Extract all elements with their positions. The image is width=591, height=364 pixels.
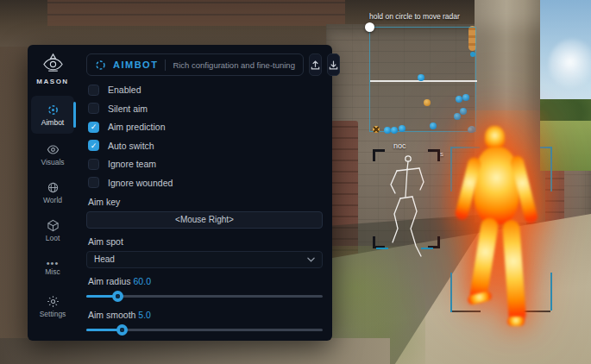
sidebar-item-loot[interactable]: Loot xyxy=(31,213,74,248)
crosshair-icon xyxy=(47,104,60,116)
radar-dot-blue xyxy=(399,125,406,132)
slider-label: Aim radius xyxy=(88,276,131,286)
skeleton-bones xyxy=(371,141,444,259)
radar-dot-blue xyxy=(430,122,437,129)
aimbot-page: AIMBOT Rich configuration and fine-tunin… xyxy=(78,45,332,341)
globe-icon xyxy=(47,181,60,194)
sidebar: MASON Aimbot Visuals World xyxy=(28,45,78,341)
load-config-button[interactable] xyxy=(309,53,322,76)
option-aim-prediction[interactable]: ✓ Aim prediction xyxy=(88,121,323,133)
option-ignore-wounded[interactable]: Ignore wounded xyxy=(88,177,323,189)
sidebar-item-label: Loot xyxy=(46,234,60,242)
options-list: Enabled Silent aim ✓ Aim prediction ✓ Au… xyxy=(86,84,323,189)
sidebar-item-label: Visuals xyxy=(41,158,64,166)
aim-smooth-slider[interactable] xyxy=(86,324,323,336)
checkbox[interactable] xyxy=(88,103,99,114)
sidebar-item-world[interactable]: World xyxy=(31,175,74,210)
option-auto-switch[interactable]: ✓ Auto switch xyxy=(88,140,323,152)
checkbox[interactable]: ✓ xyxy=(88,122,99,133)
aim-spot-select[interactable]: Head xyxy=(86,251,323,268)
page-header-box: AIMBOT Rich configuration and fine-tunin… xyxy=(86,53,304,76)
cube-icon xyxy=(47,219,60,232)
page-subtitle: Rich configuration and fine-tuning xyxy=(173,60,295,70)
aim-key-bind-button[interactable]: <Mouse Right> xyxy=(86,211,323,229)
sidebar-item-settings[interactable]: Settings xyxy=(31,289,74,323)
divider xyxy=(165,60,166,71)
brand: MASON xyxy=(36,52,68,85)
aim-radius-slider[interactable] xyxy=(86,291,323,302)
checkbox[interactable] xyxy=(88,159,99,170)
download-icon xyxy=(328,60,339,71)
sidebar-item-label: Misc xyxy=(45,267,60,276)
brand-name: MASON xyxy=(36,78,68,85)
sidebar-item-misc[interactable]: ••• Misc xyxy=(31,251,74,286)
aim-smooth-label: Aim smooth 5.0 xyxy=(88,310,323,320)
page-header: AIMBOT Rich configuration and fine-tunin… xyxy=(86,53,323,76)
radar-hint-text: hold on circle to move radar xyxy=(369,12,490,21)
option-ignore-team[interactable]: Ignore team xyxy=(88,158,323,170)
radar-dot-blue xyxy=(456,96,462,103)
aim-spot-value: Head xyxy=(94,254,115,264)
option-label: Aim prediction xyxy=(108,122,166,132)
radar-dot-orange xyxy=(424,99,431,106)
checkbox[interactable] xyxy=(88,85,99,96)
ellipsis-icon: ••• xyxy=(47,260,60,266)
sidebar-item-visuals[interactable]: Visuals xyxy=(31,137,74,172)
option-silent-aim[interactable]: Silent aim xyxy=(88,103,323,115)
slider-label: Aim smooth xyxy=(88,310,135,320)
slider-value: 5.0 xyxy=(138,310,151,320)
aim-spot-label: Aim spot xyxy=(88,236,323,247)
crosshair-icon xyxy=(95,60,106,71)
eye-icon xyxy=(47,143,60,156)
skeleton-esp: noc s xyxy=(371,141,444,259)
sidebar-item-label: Settings xyxy=(40,310,66,318)
dirt-path xyxy=(0,338,390,364)
cheat-menu-panel: MASON Aimbot Visuals World xyxy=(28,45,332,341)
option-label: Ignore wounded xyxy=(108,178,173,188)
radar-dot-blue xyxy=(462,94,469,101)
radar-dot-orange-x xyxy=(373,126,380,133)
checkbox[interactable] xyxy=(88,177,99,188)
slider-thumb[interactable] xyxy=(116,324,128,336)
radar-dot-blue xyxy=(384,127,391,134)
slider-value: 60.0 xyxy=(134,276,151,286)
third-eye-logo-icon xyxy=(41,52,65,75)
option-enabled[interactable]: Enabled xyxy=(88,84,323,96)
save-config-button[interactable] xyxy=(327,53,340,76)
player-right-foot xyxy=(507,317,525,326)
aim-radius-label: Aim radius 60.0 xyxy=(88,276,323,286)
checkbox[interactable]: ✓ xyxy=(88,140,99,151)
option-label: Silent aim xyxy=(108,104,148,114)
option-label: Ignore team xyxy=(108,159,156,169)
upload-icon xyxy=(310,60,321,71)
aim-key-label: Aim key xyxy=(88,197,323,207)
sidebar-item-label: Aimbot xyxy=(41,118,64,127)
gear-icon xyxy=(47,295,60,308)
option-label: Enabled xyxy=(108,85,141,95)
radar-dot-blue xyxy=(418,74,424,81)
sidebar-item-label: World xyxy=(43,196,62,204)
chevron-down-icon xyxy=(307,257,315,262)
radar-dot-blue xyxy=(391,127,398,134)
slider-thumb[interactable] xyxy=(112,291,123,302)
brick-wall-top xyxy=(47,0,345,26)
cloud xyxy=(549,39,591,91)
page-title: AIMBOT xyxy=(113,60,158,70)
game-viewport[interactable]: hold on circle to move radar noc s xyxy=(0,0,591,364)
option-label: Auto switch xyxy=(108,141,154,151)
sidebar-item-aimbot[interactable]: Aimbot xyxy=(31,96,74,134)
glowing-enemy-player xyxy=(457,121,552,326)
